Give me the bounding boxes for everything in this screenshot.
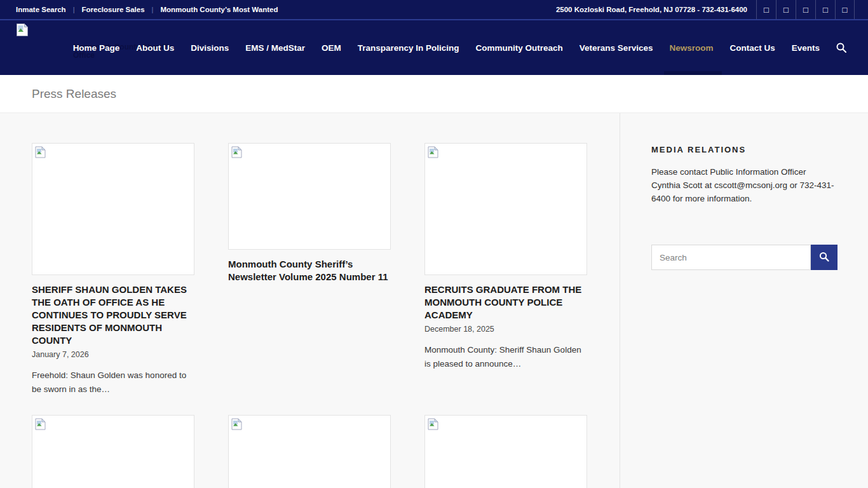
broken-image-icon — [35, 146, 46, 161]
search-button[interactable] — [811, 245, 837, 270]
article-date: December 18, 2025 — [424, 325, 587, 334]
broken-image-icon — [428, 146, 438, 161]
broken-image-icon — [35, 418, 46, 433]
article-image-broken[interactable] — [228, 143, 391, 250]
article-card — [424, 415, 587, 488]
social-icon-5[interactable]: □ — [835, 0, 855, 19]
article-row-2 — [32, 415, 587, 488]
article-card: Monmouth County Sheriff’s Newsletter Vol… — [228, 143, 391, 396]
topbar-link-most-wanted[interactable]: Monmouth County’s Most Wanted — [160, 6, 278, 13]
article-image-broken[interactable] — [32, 143, 194, 275]
social-icon-1[interactable]: □ — [756, 0, 776, 19]
article-image-broken[interactable] — [32, 415, 194, 488]
nav-item-community-outreach[interactable]: Community Outreach — [476, 43, 563, 53]
nav-item-veterans-services[interactable]: Veterans Services — [580, 43, 653, 53]
social-icon-4[interactable]: □ — [815, 0, 835, 19]
article-card — [32, 415, 194, 488]
nav-item-oem[interactable]: OEM — [322, 43, 341, 53]
nav-item-transparency-in-policing[interactable]: Transparency In Policing — [358, 43, 459, 53]
article-image-broken[interactable] — [424, 415, 587, 488]
nav-search-icon[interactable] — [836, 43, 846, 53]
search-input[interactable] — [651, 245, 811, 270]
address-text: 2500 Kozloski Road, Freehold, NJ 07728 -… — [556, 6, 747, 13]
search-icon — [819, 252, 829, 264]
topbar-link-foreclosure-sales[interactable]: Foreclosure Sales — [81, 6, 144, 13]
article-card: RECRUITS GRADUATE FROM THE MONMOUTH COUN… — [424, 143, 587, 396]
page-title: Press Releases — [32, 87, 116, 101]
topbar-links: Inmate Search | Foreclosure Sales | Monm… — [16, 6, 278, 13]
top-utility-bar: Inmate Search | Foreclosure Sales | Monm… — [0, 0, 868, 19]
media-relations-heading: MEDIA RELATIONS — [651, 145, 837, 154]
article-excerpt: Monmouth County: Sheriff Shaun Golden is… — [424, 343, 587, 370]
article-row-1: SHERIFF SHAUN GOLDEN TAKES THE OATH OF O… — [32, 143, 587, 396]
social-icon-2[interactable]: □ — [776, 0, 796, 19]
content-sidebar-divider — [620, 113, 620, 488]
article-title[interactable]: SHERIFF SHAUN GOLDEN TAKES THE OATH OF O… — [32, 283, 194, 347]
nav-item-events[interactable]: Events — [792, 43, 820, 53]
topbar-contact-area: 2500 Kozloski Road, Freehold, NJ 07728 -… — [556, 0, 868, 19]
topbar-link-inmate-search[interactable]: Inmate Search — [16, 6, 66, 13]
sidebar-search — [651, 245, 837, 270]
nav-item-ems-medstar[interactable]: EMS / MedStar — [245, 43, 305, 53]
article-title[interactable]: Monmouth County Sheriff’s Newsletter Vol… — [228, 258, 391, 283]
broken-logo-image-icon[interactable] — [16, 23, 29, 39]
article-card: SHERIFF SHAUN GOLDEN TAKES THE OATH OF O… — [32, 143, 194, 396]
nav-item-home-page[interactable]: Home Page — [73, 43, 120, 53]
nav-menu: Home Page About Us Divisions EMS / MedSt… — [73, 20, 846, 75]
broken-image-icon — [428, 418, 438, 433]
media-relations-contact-text: Please contact Public Information Office… — [651, 165, 837, 205]
main-navigation-bar: Monmouth County Sheriff's Office Home Pa… — [0, 19, 868, 75]
nav-item-newsroom[interactable]: Newsroom — [669, 43, 713, 53]
article-date: January 7, 2026 — [32, 350, 194, 359]
social-icon-3[interactable]: □ — [796, 0, 815, 19]
page-title-band: Press Releases — [0, 75, 868, 113]
nav-item-contact-us[interactable]: Contact Us — [729, 43, 775, 53]
broken-image-icon — [231, 418, 242, 433]
article-image-broken[interactable] — [228, 415, 391, 488]
topbar-separator: | — [152, 6, 154, 13]
article-card — [228, 415, 391, 488]
topbar-separator: | — [73, 6, 75, 13]
sidebar: MEDIA RELATIONS Please contact Public In… — [651, 145, 837, 270]
content-area: SHERIFF SHAUN GOLDEN TAKES THE OATH OF O… — [0, 113, 868, 488]
article-image-broken[interactable] — [424, 143, 587, 275]
article-title[interactable]: RECRUITS GRADUATE FROM THE MONMOUTH COUN… — [424, 283, 587, 322]
article-excerpt: Freehold: Shaun Golden was honored to be… — [32, 369, 194, 396]
nav-item-divisions[interactable]: Divisions — [191, 43, 229, 53]
nav-item-about-us[interactable]: About Us — [136, 43, 174, 53]
broken-image-icon — [231, 146, 242, 161]
